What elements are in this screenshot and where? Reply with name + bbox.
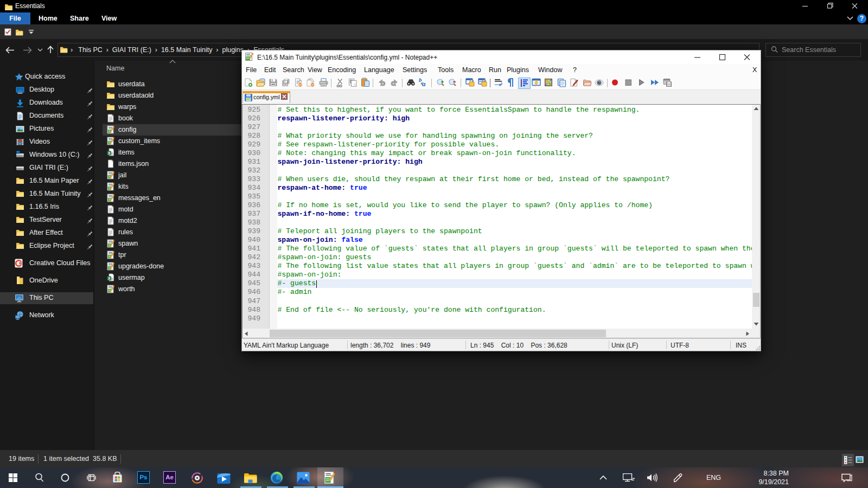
svg-text:a: a	[422, 80, 426, 87]
